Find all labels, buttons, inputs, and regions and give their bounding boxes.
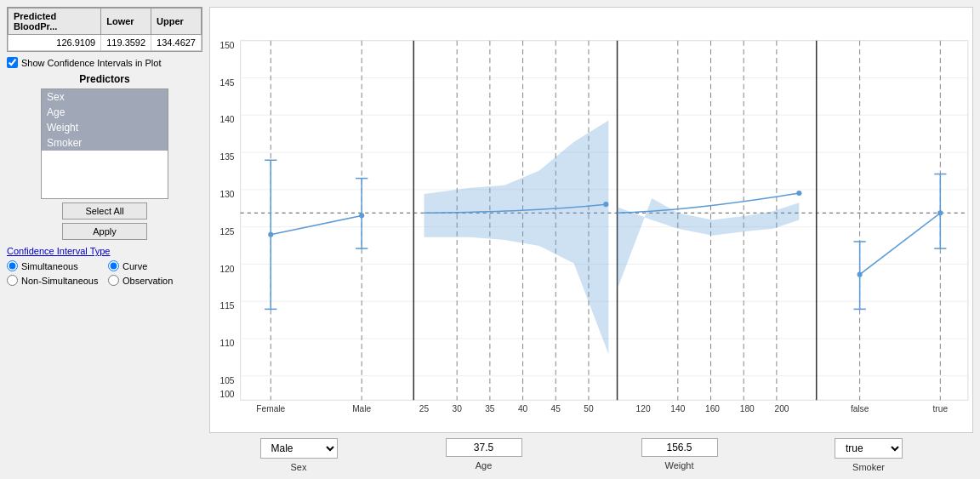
svg-text:30: 30 [453,404,463,413]
non-simultaneous-radio[interactable] [7,275,18,286]
show-ci-row: Show Confidence Intervals in Plot [7,57,202,68]
smoker-select[interactable]: true false [835,438,903,459]
ci-type-link[interactable]: Confidence Interval Type [7,246,110,256]
svg-text:130: 130 [220,190,235,199]
svg-text:200: 200 [775,404,789,413]
svg-point-54 [268,232,273,237]
svg-point-55 [359,213,364,218]
sex-select[interactable]: Male Female [260,438,338,459]
svg-text:25: 25 [419,404,430,413]
svg-text:40: 40 [518,404,528,413]
controls-row: Male Female Sex Age Weight true false [209,438,973,472]
predictor-age[interactable]: Age [42,105,168,120]
observation-label: Observation [122,276,173,286]
svg-text:45: 45 [551,404,561,413]
simultaneous-radio[interactable] [7,260,18,271]
age-control: Age [388,438,579,470]
observation-row: Observation [108,275,202,286]
svg-text:135: 135 [220,152,235,162]
age-label: Age [476,460,493,470]
simultaneous-row: Simultaneous [7,260,101,271]
non-simultaneous-label: Non-Simultaneous [21,276,99,286]
svg-text:125: 125 [220,227,235,237]
predictor-empty1[interactable] [42,151,168,166]
chart-area: 150 145 140 135 130 125 120 115 110 105 … [209,7,973,433]
col-header-upper: Upper [151,9,202,35]
svg-text:150: 150 [220,41,235,50]
prediction-table: Predicted BloodPr... Lower Upper 126.910… [7,7,202,52]
svg-text:true: true [933,404,949,413]
svg-text:Male: Male [352,404,371,413]
curve-row: Curve [108,260,202,271]
svg-point-58 [858,272,863,277]
svg-text:180: 180 [740,404,755,413]
lower-value: 119.3592 [101,35,151,51]
predicted-value: 126.9109 [9,35,101,51]
svg-text:160: 160 [705,404,720,413]
weight-label: Weight [664,460,693,470]
col-header-predicted: Predicted BloodPr... [9,9,101,35]
predictor-empty3[interactable] [42,181,168,197]
svg-point-57 [796,191,801,196]
svg-text:false: false [851,404,869,413]
smoker-label: Smoker [852,462,885,472]
svg-text:110: 110 [220,339,235,348]
apply-button[interactable]: Apply [62,223,147,240]
right-panel: 150 145 140 135 130 125 120 115 110 105 … [209,7,973,472]
svg-text:120: 120 [636,404,651,413]
smoker-control: true false Smoker [779,438,958,472]
sex-label: Sex [291,462,307,472]
svg-point-56 [603,202,608,207]
svg-text:145: 145 [220,78,235,88]
simultaneous-label: Simultaneous [21,261,78,271]
svg-text:35: 35 [485,404,495,413]
predictor-weight[interactable]: Weight [42,120,168,135]
ci-type-radio-group: Simultaneous Curve Non-Simultaneous Obse… [7,260,202,286]
svg-text:140: 140 [220,115,235,124]
predictors-list[interactable]: Sex Age Weight Smoker [41,88,168,199]
select-all-button[interactable]: Select All [62,202,147,220]
left-panel: Predicted BloodPr... Lower Upper 126.910… [7,7,202,472]
predictor-sex[interactable]: Sex [42,89,168,105]
curve-label: Curve [122,261,147,271]
age-input[interactable] [446,438,522,457]
svg-text:100: 100 [220,390,235,399]
sex-control: Male Female Sex [209,438,388,472]
svg-text:120: 120 [220,265,235,274]
col-header-lower: Lower [101,9,151,35]
weight-control: Weight [579,438,779,470]
svg-text:Female: Female [256,404,285,413]
svg-text:140: 140 [670,404,685,413]
weight-input[interactable] [641,438,718,457]
main-container: Predicted BloodPr... Lower Upper 126.910… [0,0,980,479]
show-ci-checkbox[interactable] [7,57,18,68]
upper-value: 134.4627 [151,35,202,51]
svg-point-59 [937,210,943,215]
ci-type-section: Confidence Interval Type Simultaneous Cu… [7,245,202,286]
predictor-smoker[interactable]: Smoker [42,135,168,151]
predictors-section: Predictors Sex Age Weight Smoker Select … [7,73,202,240]
curve-radio[interactable] [108,260,119,271]
chart-svg: 150 145 140 135 130 125 120 115 110 105 … [210,8,972,432]
observation-radio[interactable] [108,275,119,286]
svg-text:105: 105 [220,376,235,385]
non-simultaneous-row: Non-Simultaneous [7,275,101,286]
predictor-empty2[interactable] [42,166,168,181]
predictors-label: Predictors [79,73,129,85]
svg-text:50: 50 [584,404,594,413]
show-ci-label: Show Confidence Intervals in Plot [21,58,161,68]
svg-text:115: 115 [220,301,235,311]
